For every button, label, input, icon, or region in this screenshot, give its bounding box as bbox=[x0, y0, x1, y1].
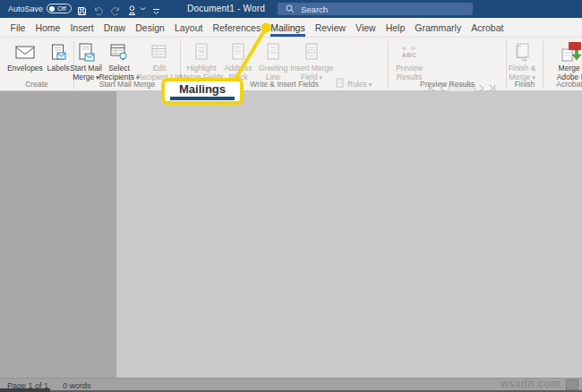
tab-draw[interactable]: Draw bbox=[98, 18, 131, 37]
start-mail-merge-icon bbox=[78, 40, 95, 64]
ribbon-tab-bar: File Home Insert Draw Design Layout Refe… bbox=[0, 18, 582, 38]
callout-label: Mailings bbox=[179, 83, 226, 95]
tab-references[interactable]: References bbox=[208, 18, 266, 37]
preview-results-label-line1: Preview bbox=[396, 64, 423, 72]
watermark-square bbox=[566, 379, 578, 390]
insert-merge-field-icon bbox=[304, 40, 319, 64]
document-area bbox=[0, 91, 582, 378]
tab-acrobat[interactable]: Acrobat bbox=[466, 18, 509, 37]
autosave-toggle[interactable]: Off bbox=[47, 4, 72, 13]
labels-label: Labels bbox=[47, 64, 69, 72]
tab-file[interactable]: File bbox=[5, 18, 30, 37]
merge-to-adobe-pdf-label-line1: Merge t bbox=[559, 64, 582, 72]
search-input[interactable]: Search bbox=[278, 3, 473, 15]
finish-group-label: Finish bbox=[507, 80, 543, 89]
envelopes-label: Envelopes bbox=[7, 64, 43, 72]
tab-layout[interactable]: Layout bbox=[169, 18, 208, 37]
preview-results-icon: « »ABC bbox=[402, 40, 417, 64]
tab-grammarly[interactable]: Grammarly bbox=[410, 18, 466, 37]
start-mail-merge-label-line1: Start Mail bbox=[70, 64, 102, 72]
mailings-callout: Mailings bbox=[161, 78, 244, 105]
document-title: Document1 - Word bbox=[187, 4, 265, 13]
greeting-line-label-line1: Greeting bbox=[259, 64, 288, 72]
select-recipients-icon bbox=[110, 40, 128, 64]
highlight-merge-fields-icon bbox=[194, 40, 209, 64]
watermark: wsxdn.com bbox=[501, 378, 561, 390]
create-group-label: Create bbox=[0, 80, 73, 89]
title-bar: AutoSave Off Document1 - Word Search bbox=[0, 0, 582, 18]
address-block-label-line1: Address bbox=[224, 64, 252, 72]
autosave-label: AutoSave bbox=[8, 4, 43, 13]
envelope-icon bbox=[15, 40, 35, 64]
word-count[interactable]: 0 words bbox=[63, 381, 91, 390]
finish-merge-label-line1: Finish & bbox=[509, 64, 536, 72]
chevrons-glyph: « » bbox=[402, 45, 416, 52]
select-recipients-label-line1: Select bbox=[108, 64, 130, 72]
greeting-line-icon bbox=[266, 40, 280, 64]
insert-merge-field-label-line1: Insert Merge bbox=[290, 64, 333, 72]
stamp-dropdown-icon[interactable] bbox=[140, 6, 146, 13]
toggle-dot-icon bbox=[49, 6, 55, 12]
search-placeholder: Search bbox=[301, 4, 328, 14]
autosave-state: Off bbox=[57, 4, 66, 13]
acrobat-group-label: Acrobat bbox=[543, 80, 582, 89]
search-icon bbox=[286, 1, 295, 17]
ribbon: Envelopes Labels Create Start Mail Merge… bbox=[0, 38, 582, 91]
tab-design[interactable]: Design bbox=[131, 18, 170, 37]
preview-results-group-label: Preview Results bbox=[389, 80, 506, 89]
address-block-icon bbox=[231, 40, 245, 64]
merge-to-adobe-pdf-icon bbox=[561, 40, 582, 64]
tab-view[interactable]: View bbox=[351, 18, 381, 37]
tab-home[interactable]: Home bbox=[30, 18, 65, 37]
word-window: AutoSave Off Document1 - Word Search bbox=[0, 0, 582, 392]
bottom-left-strip bbox=[0, 388, 50, 392]
tab-insert[interactable]: Insert bbox=[65, 18, 98, 37]
document-page[interactable] bbox=[116, 91, 582, 378]
tab-mailings[interactable]: Mailings bbox=[266, 18, 311, 37]
status-bar: Page 1 of 1 0 words wsxdn.com bbox=[0, 378, 582, 392]
callout-underline bbox=[170, 97, 235, 100]
tab-help[interactable]: Help bbox=[381, 18, 410, 37]
labels-icon bbox=[51, 40, 66, 64]
edit-recipient-list-label-line1: Edit bbox=[153, 64, 167, 72]
tab-review[interactable]: Review bbox=[310, 18, 350, 37]
highlight-label-line1: Highlight bbox=[186, 64, 216, 72]
finish-merge-icon bbox=[514, 40, 531, 64]
edit-recipient-list-icon bbox=[151, 40, 167, 64]
abc-glyph: ABC bbox=[402, 52, 417, 59]
